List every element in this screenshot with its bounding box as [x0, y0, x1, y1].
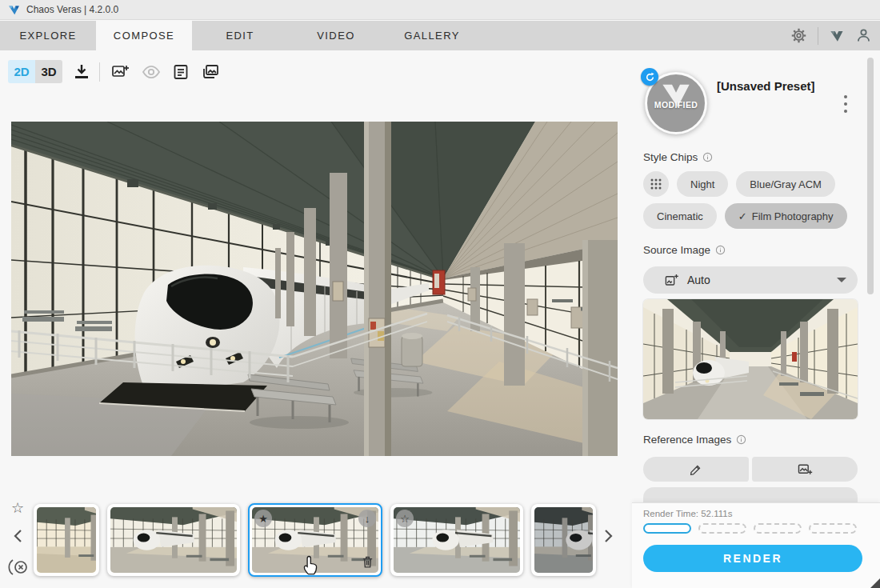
progress-segment: [643, 523, 691, 534]
thumbnail-image: [110, 507, 237, 573]
account-user-icon[interactable]: [855, 27, 872, 44]
mode-2d-button[interactable]: 2D: [8, 60, 35, 83]
chip-label: Blue/Gray ACM: [750, 178, 822, 190]
pencil-icon: [689, 462, 703, 477]
source-image-title: Source Image: [643, 244, 710, 256]
render-button-label: RENDER: [723, 552, 782, 565]
info-icon[interactable]: [736, 434, 746, 445]
source-image-dropdown-value: Auto: [687, 274, 710, 286]
style-chips-row-2: ✓ Cinematic ✓ Film Photography: [643, 203, 847, 229]
preview-eye-icon[interactable]: [142, 62, 161, 82]
veras-brand-icon[interactable]: [829, 29, 845, 43]
style-chip-film-photography[interactable]: ✓ Film Photography: [725, 203, 847, 229]
tab-explore[interactable]: EXPLORE: [0, 21, 96, 50]
delete-thumbnail-button[interactable]: [361, 554, 375, 570]
reference-images-section-label: Reference Images: [643, 434, 746, 446]
modified-sync-icon: [641, 68, 658, 86]
render-button[interactable]: RENDER: [643, 545, 862, 572]
notes-document-icon[interactable]: [171, 62, 190, 82]
image-gallery-icon[interactable]: [201, 62, 220, 82]
source-image-preview[interactable]: [643, 299, 858, 419]
filmstrip-thumbnail-2[interactable]: [107, 504, 240, 576]
source-image-section-label: Source Image: [643, 244, 726, 256]
star-outline-badge-icon[interactable]: ☆: [396, 510, 414, 527]
trash-icon[interactable]: [361, 554, 374, 570]
add-image-icon[interactable]: [110, 62, 130, 82]
panel-scrollbar[interactable]: [867, 58, 874, 294]
style-chips-grid-button[interactable]: [643, 171, 669, 197]
thumbnail-image: [534, 507, 593, 573]
filmstrip-thumbnail-4[interactable]: ☆: [390, 504, 523, 576]
render-progress: [643, 523, 857, 534]
modified-badge: MODIFIED: [647, 100, 705, 110]
app-window: { "window": { "title": "Chaos Veras | 4.…: [0, 0, 880, 588]
filmstrip-prev-icon[interactable]: [13, 529, 24, 543]
style-chip-blue-gray-acm[interactable]: ✓ Blue/Gray ACM: [736, 171, 835, 197]
progress-segment: [754, 523, 802, 534]
mouse-cursor: [302, 555, 320, 576]
favorite-star-icon[interactable]: ☆: [11, 499, 24, 517]
download-badge-icon[interactable]: ↓: [358, 510, 376, 527]
tab-compose[interactable]: COMPOSE: [96, 21, 192, 50]
filmstrip-thumbnail-1[interactable]: [34, 504, 99, 576]
reference-draw-button[interactable]: [643, 457, 749, 482]
reference-image-actions: [643, 457, 858, 482]
tab-video[interactable]: VIDEO: [288, 21, 384, 50]
auto-image-icon: [664, 273, 679, 288]
info-icon[interactable]: [702, 152, 713, 162]
settings-gear-icon[interactable]: [790, 27, 807, 44]
download-icon[interactable]: [72, 62, 91, 82]
style-chips-section-label: Style Chips: [643, 151, 713, 163]
style-chips-row-1: ✓ Night ✓ Blue/Gray ACM: [643, 171, 835, 197]
reference-images-title: Reference Images: [643, 434, 731, 446]
star-filled-badge-icon[interactable]: ★: [254, 510, 272, 527]
tab-gallery[interactable]: GALLERY: [384, 21, 480, 50]
chip-label: Film Photography: [752, 210, 834, 222]
window-title: Chaos Veras | 4.2.0.0: [26, 4, 118, 15]
check-icon: ✓: [738, 210, 747, 222]
preset-name: [Unsaved Preset]: [717, 79, 845, 93]
info-icon[interactable]: [715, 245, 726, 255]
render-bar: Render Time: 52.111s RENDER: [632, 502, 880, 588]
progress-segment: [698, 523, 746, 534]
render-time-label: Render Time: 52.111s: [643, 509, 732, 518]
progress-segment: [809, 523, 857, 534]
render-viewport[interactable]: [11, 122, 618, 456]
style-chip-night[interactable]: ✓ Night: [677, 171, 728, 197]
tab-edit[interactable]: EDIT: [192, 21, 288, 50]
reference-add-image-button[interactable]: [752, 457, 858, 482]
clear-selections-icon[interactable]: [7, 558, 29, 577]
main-tab-bar: EXPLORE COMPOSE EDIT VIDEO GALLERY: [0, 21, 880, 50]
dimension-toggle: 2D 3D: [8, 60, 62, 83]
style-chip-cinematic[interactable]: ✓ Cinematic: [643, 203, 717, 229]
chip-label: Night: [690, 178, 714, 190]
rendered-image: [11, 122, 618, 456]
source-image-thumbnail: [643, 299, 858, 419]
add-image-icon: [797, 462, 813, 478]
chip-label: Cinematic: [657, 210, 703, 222]
mode-3d-button[interactable]: 3D: [35, 60, 62, 83]
window-resize-grip[interactable]: [870, 578, 880, 588]
app-logo-icon: [8, 4, 20, 16]
style-chips-title: Style Chips: [643, 151, 698, 163]
toolbar-divider: [99, 62, 100, 82]
source-image-dropdown[interactable]: Auto: [643, 266, 858, 294]
chevron-down-icon: [837, 278, 846, 282]
preset-menu-kebab-icon[interactable]: [840, 94, 851, 114]
thumbnail-image: [37, 507, 96, 573]
header-divider: [818, 27, 818, 45]
filmstrip-next-icon[interactable]: [602, 529, 614, 543]
grid-dots-icon: [650, 178, 662, 190]
title-bar: Chaos Veras | 4.2.0.0: [0, 0, 880, 20]
filmstrip-thumbnail-5[interactable]: [531, 504, 596, 576]
header-icons: [790, 21, 872, 50]
